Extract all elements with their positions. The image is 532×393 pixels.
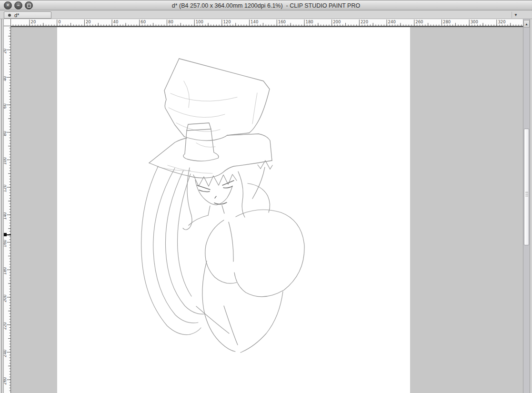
- canvas-viewport[interactable]: [11, 26, 523, 393]
- tab-label: d*: [14, 12, 19, 18]
- svg-text:60: 60: [141, 20, 146, 24]
- window-title: d* (B4 257.00 x 364.00mm 1200dpi 6.1%) -…: [0, 0, 532, 11]
- svg-text:120: 120: [223, 20, 231, 24]
- svg-text:160: 160: [4, 240, 7, 247]
- horizontal-ruler: 2002040608010012014016018020022024026028…: [11, 19, 523, 26]
- svg-text:220: 220: [361, 20, 368, 24]
- title-bar: ✕ − d* (B4 257.00 x 364.00mm 1200dpi 6.1…: [0, 0, 532, 10]
- ruler-corner-box: [4, 19, 11, 26]
- svg-text:240: 240: [388, 20, 396, 24]
- svg-text:120: 120: [4, 185, 7, 192]
- svg-text:80: 80: [168, 20, 173, 24]
- svg-text:200: 200: [333, 20, 341, 24]
- svg-text:320: 320: [498, 20, 505, 24]
- svg-text:40: 40: [4, 76, 7, 81]
- svg-text:100: 100: [4, 157, 7, 165]
- svg-text:100: 100: [196, 20, 203, 24]
- scroll-up-arrow-icon[interactable]: ▲: [523, 20, 530, 28]
- window-left-edge: [0, 10, 4, 393]
- vertical-ruler: 20406080100120140160180200220240260: [4, 26, 11, 393]
- svg-text:180: 180: [306, 20, 313, 24]
- svg-text:20: 20: [4, 49, 7, 54]
- vertical-scrollbar[interactable]: ▲: [523, 19, 530, 393]
- window-right-edge: [530, 10, 532, 393]
- scrollbar-thumb[interactable]: [524, 129, 529, 245]
- svg-text:20: 20: [31, 20, 36, 24]
- svg-text:260: 260: [4, 377, 7, 384]
- svg-text:180: 180: [4, 267, 7, 275]
- svg-text:20: 20: [86, 20, 91, 24]
- modified-dot-icon: [8, 14, 11, 17]
- scrollbar-grip-icon: [525, 192, 528, 192]
- svg-text:140: 140: [251, 20, 258, 24]
- svg-text:80: 80: [4, 131, 7, 136]
- svg-text:280: 280: [443, 20, 451, 24]
- svg-text:140: 140: [4, 212, 7, 220]
- svg-text:260: 260: [415, 20, 423, 24]
- svg-text:60: 60: [4, 103, 7, 109]
- svg-text:240: 240: [4, 350, 7, 357]
- tab-list-dropdown-icon[interactable]: ▼: [512, 12, 520, 18]
- svg-text:220: 220: [4, 322, 7, 330]
- svg-text:200: 200: [4, 294, 7, 302]
- svg-text:300: 300: [471, 20, 478, 24]
- tab-document-d[interactable]: d*: [4, 11, 51, 19]
- svg-text:0: 0: [58, 20, 60, 24]
- document-tab-bar: d* ▼: [0, 10, 532, 19]
- svg-text:160: 160: [278, 20, 286, 24]
- svg-text:40: 40: [113, 20, 119, 24]
- document-paper[interactable]: [57, 27, 410, 393]
